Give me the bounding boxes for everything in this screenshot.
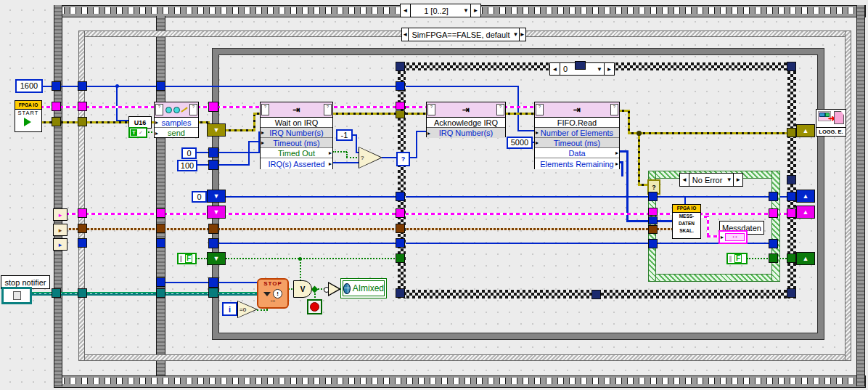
minus-one-constant[interactable]: -1: [336, 129, 353, 141]
property-samples-row[interactable]: ▸samples: [155, 118, 198, 128]
sequence-frame-label[interactable]: 1 [0..2]: [411, 4, 462, 17]
sequence-local-pink[interactable]: ▸: [53, 208, 67, 221]
next-case-button[interactable]: ►: [519, 28, 525, 41]
irq-case-border-left: [398, 62, 406, 298]
shift-register-pink-right[interactable]: ▲: [796, 206, 815, 219]
wire-shift-blue: [225, 196, 800, 198]
case-dropdown-icon[interactable]: ▼: [725, 174, 733, 186]
file-icon: [834, 111, 844, 124]
tunnel-brown: [208, 224, 218, 234]
tunnel-brown: [396, 224, 405, 233]
iteration-terminal: i: [222, 302, 237, 316]
wire-bool-shift: [226, 258, 397, 259]
tunnel-teal: [208, 288, 218, 298]
prev-frame-button[interactable]: ◄: [401, 4, 411, 17]
invoke-arrow-icon: ⇥: [292, 105, 300, 115]
fpga-io-header: FPGA IO: [15, 101, 41, 110]
select-function[interactable]: ?: [359, 147, 382, 168]
wire-false-left: [196, 258, 208, 259]
loop-condition-terminal[interactable]: [307, 299, 322, 314]
number-of-elements-input[interactable]: ▸Number of Elements: [535, 128, 619, 138]
prev-case-button[interactable]: ◄: [402, 28, 409, 41]
stop-notifier-terminal[interactable]: [1, 287, 32, 304]
shift-register-green-right[interactable]: ▲: [796, 252, 815, 265]
logger-subvi[interactable]: ➜ LOGG. E.: [816, 109, 846, 137]
sequence-frame-divider: [156, 16, 165, 375]
tunnel-brown: [648, 225, 658, 234]
sequence-local-blue[interactable]: ▸: [53, 238, 67, 251]
case-dropdown-icon[interactable]: ▼: [513, 28, 519, 41]
corner-bl: [396, 288, 405, 298]
shift-register-blue-left[interactable]: ▼: [207, 190, 226, 203]
tunnel-pink: [648, 208, 658, 216]
aimixed-label: AImixed: [353, 283, 384, 293]
prev-case-button[interactable]: ◄: [680, 174, 689, 186]
fpga-start-terminal[interactable]: FPGA IO START: [15, 100, 42, 132]
brown-arrow-icon: ▸: [59, 227, 62, 234]
fifo-read-node[interactable]: ? ⇥ ? FIFO.Read ▸Number of Elements ▸Tim…: [534, 102, 620, 169]
frame-dropdown-icon[interactable]: ▼: [462, 4, 470, 17]
or-function[interactable]: V: [293, 280, 312, 298]
irq-numbers-input[interactable]: ▸IRQ Number(s): [261, 128, 332, 138]
tunnel-olive: [787, 128, 796, 137]
shift-register-pink-left[interactable]: ▼: [207, 206, 226, 219]
elements-remaining-output[interactable]: Elements Remaining▸: [535, 158, 619, 169]
false-constant-inner[interactable]: F: [726, 253, 748, 264]
local-arrow-icon: ▸: [721, 234, 724, 240]
wait-notification-stop-node[interactable]: STOP ! ...: [257, 278, 289, 309]
mess-daten-skal-subvi[interactable]: FPGA IO MESS- DATEN SKAL.: [672, 204, 701, 239]
equal-zero-function[interactable]: =0: [237, 301, 258, 318]
error-out-icon: ?: [324, 104, 332, 115]
timed-out-output[interactable]: Timed Out▸: [261, 148, 332, 158]
tunnel-blue: [648, 239, 658, 248]
timeout-input[interactable]: ▸Timeout (ms): [535, 138, 619, 148]
wire-elements-drop: [517, 86, 519, 131]
tunnel-blue: [78, 238, 87, 248]
wire-data-b: [626, 150, 629, 222]
fifo-timeout-constant[interactable]: 5000: [507, 137, 533, 149]
tunnel-brown: [78, 224, 87, 233]
data-output[interactable]: Data▸: [535, 148, 619, 158]
true-constant[interactable]: T ✓: [128, 127, 147, 138]
next-frame-button[interactable]: ►: [470, 4, 480, 17]
tunnel-pink: [78, 102, 87, 111]
acknowledge-irq-node[interactable]: ? ⇥ ? Acknowledge IRQ ▸IRQ Number(s): [426, 102, 506, 137]
globe-icon: [343, 283, 351, 294]
prev-case-button[interactable]: ◄: [550, 63, 560, 75]
wire-minus1-b: [356, 134, 357, 153]
next-case-button[interactable]: ►: [604, 63, 614, 75]
sequence-local-brown[interactable]: ▸: [53, 224, 67, 236]
case-dropdown-icon[interactable]: ▼: [595, 63, 604, 75]
property-send-row[interactable]: ▸send: [155, 128, 198, 138]
wait-on-irq-node[interactable]: ? ⇥ ? Wait on IRQ ▸IRQ Number(s) ▸Timeou…: [260, 102, 333, 169]
irq-asserted-output[interactable]: IRQ(s) Asserted▸: [261, 158, 332, 169]
wire-timeout-rise: [248, 142, 250, 166]
false-constant-outer[interactable]: F: [177, 253, 197, 264]
shift-init-constant[interactable]: 0: [192, 191, 207, 203]
shift-register-green-left[interactable]: ▼: [207, 252, 226, 265]
tunnel-blue: [208, 277, 218, 288]
shift-register-blue-right[interactable]: ▲: [796, 190, 815, 203]
wire-error-e: [332, 113, 427, 115]
next-case-button[interactable]: ►: [733, 174, 742, 186]
timeout-constant[interactable]: 100: [177, 160, 197, 171]
shift-register-error-left[interactable]: ▼: [207, 123, 226, 137]
irq-numbers-input[interactable]: ▸IRQ Number(s): [427, 128, 505, 138]
samples-constant[interactable]: 1600: [15, 79, 43, 93]
timeout-input[interactable]: ▸Timeout (ms): [261, 138, 332, 148]
start-label: START: [15, 110, 41, 116]
error-case-label[interactable]: No Error: [689, 174, 726, 186]
tunnel-bottom-navy: [591, 290, 601, 299]
wire-error-b: [225, 129, 255, 131]
tunnel-blue: [208, 238, 218, 248]
aimixed-shared-variable[interactable]: AImixed: [340, 278, 387, 298]
invoke-arrow-icon: ⇥: [462, 105, 470, 115]
messdaten-local-variable[interactable]: ▸ ▪ ▪: [718, 230, 748, 244]
property-node[interactable]: ? ? ▸samples ▸send: [154, 102, 199, 138]
shift-register-error-right[interactable]: ▲: [796, 124, 815, 137]
tunnel-blue: [769, 239, 778, 248]
tunnel-green: [769, 253, 778, 263]
sim-case-label[interactable]: SimFPGA==FALSE, default: [409, 28, 512, 41]
irq-number-constant[interactable]: 0: [181, 147, 197, 159]
not-function[interactable]: [324, 282, 341, 296]
